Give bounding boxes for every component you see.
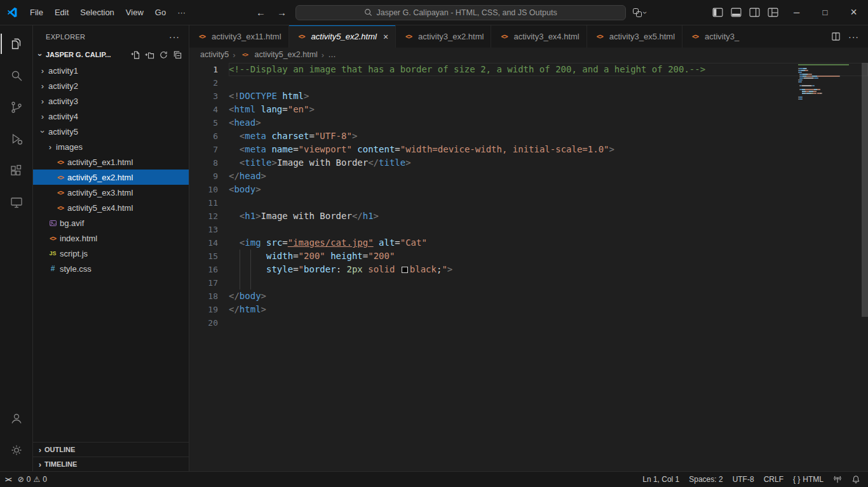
code-line[interactable]: 14 <img src="images/cat.jpg" alt="Cat"	[189, 236, 868, 250]
tree-folder-activity5[interactable]: ›activity5	[33, 124, 189, 139]
close-button[interactable]: ×	[839, 0, 868, 25]
tree-file-activity5_ex3.html[interactable]: <>activity5_ex3.html	[33, 185, 189, 200]
editor-tab[interactable]: <>activity5_ex2.html×	[289, 25, 397, 48]
toggle-secondary-sidebar-button[interactable]	[745, 0, 764, 25]
code-line[interactable]: 9</head>	[189, 170, 868, 183]
refresh-icon[interactable]	[159, 50, 168, 60]
tree-folder-activity4[interactable]: ›activity4	[33, 109, 189, 124]
toggle-panel-button[interactable]	[727, 0, 745, 25]
code-line-content[interactable]: <html lang="en">	[229, 103, 868, 116]
line-number[interactable]: 16	[189, 263, 229, 276]
indentation[interactable]: Spaces: 2	[689, 475, 722, 484]
tree-folder-images[interactable]: ›images	[33, 139, 189, 154]
code-line-content[interactable]	[229, 76, 868, 90]
editor-scrollbar[interactable]	[862, 63, 868, 317]
ports-button[interactable]	[833, 475, 842, 484]
code-line[interactable]: 20	[189, 316, 868, 330]
project-section-header[interactable]: › JASPER G. CALIP...	[33, 48, 189, 62]
explorer-icon[interactable]	[1, 28, 32, 60]
editor-tab[interactable]: <>activity3_ex4.html	[491, 25, 587, 48]
extensions-icon[interactable]	[1, 155, 32, 187]
code-line-content[interactable]: </head>	[229, 170, 868, 183]
notifications-button[interactable]	[851, 475, 860, 484]
code-line-content[interactable]	[229, 196, 868, 210]
encoding[interactable]: UTF-8	[733, 475, 754, 484]
menu-view[interactable]: View	[120, 3, 149, 22]
code-line-content[interactable]: <title>Image with Border</title>	[229, 156, 868, 170]
code-line[interactable]: 2	[189, 76, 868, 90]
code-line-content[interactable]: <!DOCTYPE html>	[229, 90, 868, 103]
code-line[interactable]: 7 <meta name="viewport" content="width=d…	[189, 143, 868, 156]
tree-file-activity5_ex4.html[interactable]: <>activity5_ex4.html	[33, 200, 189, 215]
tree-file-activity5_ex2.html[interactable]: <>activity5_ex2.html	[33, 170, 189, 185]
code-line[interactable]: 18</body>	[189, 290, 868, 303]
breadcrumb-more[interactable]: …	[328, 50, 336, 59]
line-number[interactable]: 11	[189, 196, 229, 210]
new-folder-icon[interactable]	[145, 50, 154, 60]
command-center-search[interactable]: Jasper G. Calipayan - HTML, CSS, and JS …	[295, 5, 626, 20]
remote-indicator[interactable]: ><	[5, 476, 11, 483]
breadcrumb-file[interactable]: activity5_ex2.html	[255, 50, 318, 59]
code-line-content[interactable]: style="border: 2px solid black;">	[229, 263, 868, 276]
menu-go[interactable]: Go	[149, 3, 172, 22]
forward-button[interactable]: →	[275, 7, 289, 18]
line-number[interactable]: 12	[189, 210, 229, 223]
code-line-content[interactable]: <meta name="viewport" content="width=dev…	[229, 143, 868, 156]
code-line[interactable]: 1<!--Display an image that has a border …	[189, 63, 868, 76]
tree-file-style.css[interactable]: #style.css	[33, 261, 189, 276]
tree-file-bg.avif[interactable]: bg.avif	[33, 215, 189, 230]
search-view-icon[interactable]	[1, 60, 32, 91]
tree-file-index.html[interactable]: <>index.html	[33, 230, 189, 246]
settings-gear-icon[interactable]	[1, 434, 32, 466]
eol-sequence[interactable]: CRLF	[764, 475, 783, 484]
code-line[interactable]: 16 style="border: 2px solid black;">	[189, 263, 868, 276]
copilot-menu-button[interactable]: ›	[632, 8, 646, 18]
customize-layout-button[interactable]	[764, 0, 782, 25]
line-number[interactable]: 15	[189, 250, 229, 263]
code-line-content[interactable]	[229, 223, 868, 236]
code-line-content[interactable]: <meta charset="UTF-8">	[229, 130, 868, 143]
line-number[interactable]: 19	[189, 303, 229, 316]
menu-file[interactable]: File	[24, 3, 49, 22]
line-number[interactable]: 7	[189, 143, 229, 156]
line-number[interactable]: 4	[189, 103, 229, 116]
code-line[interactable]: 13	[189, 223, 868, 236]
code-line[interactable]: 3<!DOCTYPE html>	[189, 90, 868, 103]
code-line[interactable]: 6 <meta charset="UTF-8">	[189, 130, 868, 143]
run-debug-icon[interactable]	[1, 123, 32, 155]
new-file-icon[interactable]	[131, 50, 140, 60]
line-number[interactable]: 20	[189, 316, 229, 330]
code-line-content[interactable]	[229, 316, 868, 330]
minimap[interactable]	[798, 64, 859, 102]
explorer-more-actions-button[interactable]: ···	[169, 32, 180, 42]
line-number[interactable]: 18	[189, 290, 229, 303]
line-number[interactable]: 13	[189, 223, 229, 236]
line-number[interactable]: 9	[189, 170, 229, 183]
color-swatch[interactable]	[402, 267, 408, 273]
breadcrumb-folder[interactable]: activity5	[200, 50, 229, 59]
line-number[interactable]: 2	[189, 76, 229, 90]
account-icon[interactable]	[1, 403, 32, 434]
language-mode[interactable]: { } HTML	[793, 475, 824, 484]
tree-folder-activity3[interactable]: ›activity3	[33, 93, 189, 109]
tree-file-script.js[interactable]: JSscript.js	[33, 246, 189, 261]
code-line-content[interactable]: <!--Display an image that has a border o…	[229, 63, 868, 76]
menu-edit[interactable]: Edit	[49, 3, 74, 22]
code-line[interactable]: 17	[189, 276, 868, 290]
source-control-icon[interactable]	[1, 91, 32, 123]
code-editor[interactable]: 1<!--Display an image that has a border …	[189, 62, 868, 471]
split-editor-icon[interactable]	[831, 32, 841, 41]
editor-tab[interactable]: <>activity3_ex5.html	[587, 25, 682, 48]
code-line-content[interactable]	[229, 276, 868, 290]
editor-tab[interactable]: <>activity3_ex2.html	[396, 25, 491, 48]
code-line-content[interactable]: <head>	[229, 116, 868, 130]
tree-file-activity5_ex1.html[interactable]: <>activity5_ex1.html	[33, 154, 189, 170]
code-line[interactable]: 12 <h1>Image with Border</h1>	[189, 210, 868, 223]
line-number[interactable]: 5	[189, 116, 229, 130]
code-line[interactable]: 5<head>	[189, 116, 868, 130]
collapse-all-icon[interactable]	[173, 50, 182, 60]
line-number[interactable]: 14	[189, 236, 229, 250]
line-number[interactable]: 3	[189, 90, 229, 103]
cursor-position[interactable]: Ln 1, Col 1	[642, 475, 679, 484]
line-number[interactable]: 6	[189, 130, 229, 143]
